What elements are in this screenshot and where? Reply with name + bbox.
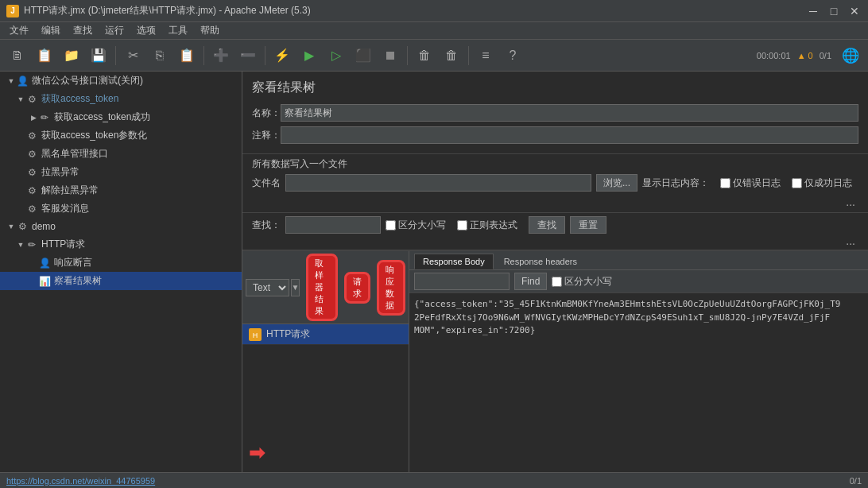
tab-request[interactable]: 请求 <box>344 272 370 304</box>
close-button[interactable]: ✕ <box>847 4 862 18</box>
tree-item-root[interactable]: ▼ 👤 微信公众号接口测试(关闭) <box>0 72 242 90</box>
tab-response-headers[interactable]: Response headers <box>495 254 586 269</box>
tree-arrow: ▼ <box>6 223 16 230</box>
tree-item-access[interactable]: ▼ ⚙ 获取access_token <box>0 90 242 108</box>
find-button[interactable]: 查找 <box>529 216 565 234</box>
minimize-button[interactable]: ─ <box>806 4 820 18</box>
toolbar-globe[interactable]: 🌐 <box>838 43 863 68</box>
menu-file[interactable]: 文件 <box>3 22 35 39</box>
toolbar-script[interactable]: ⚡ <box>269 43 295 68</box>
tree-icon-gear: ⚙ <box>25 93 38 106</box>
tree-icon-user2: 👤 <box>38 257 51 269</box>
toolbar-clear[interactable]: 🗑 <box>412 43 437 68</box>
browse-button[interactable]: 浏览... <box>596 174 637 192</box>
status-bar: https://blog.csdn.net/weixin_44765959 0/… <box>0 472 868 488</box>
file-section: 所有数据写入一个文件 文件名 浏览... 显示日志内容： 仅错误日志 仅成功日志 <box>242 153 868 198</box>
tree-item-assertion[interactable]: 👤 响应断言 <box>0 254 242 272</box>
toolbar-save[interactable]: 💾 <box>86 43 111 68</box>
tree-label: 获取access_token成功 <box>54 110 150 124</box>
tree-item-blacklist[interactable]: ⚙ 黑名单管理接口 <box>0 145 242 163</box>
sampler-item-label: HTTP请求 <box>266 327 310 341</box>
tab-sampler-result[interactable]: 取样器结果 <box>306 254 338 321</box>
tree-icon-pencil: ✏ <box>38 111 51 124</box>
sampler-item-http[interactable]: H HTTP请求 <box>242 324 409 345</box>
find-btn[interactable]: Find <box>514 273 547 290</box>
toolbar-remove[interactable]: ➖ <box>235 43 261 68</box>
only-error-cb-label: 仅错误日志 <box>720 176 781 190</box>
sampler-item-icon: H <box>249 328 262 341</box>
toolbar-template[interactable]: 📋 <box>32 43 57 68</box>
tree-item-send-msg[interactable]: ⚙ 客服发消息 <box>0 199 242 218</box>
toolbar-stop[interactable]: ⬛ <box>351 43 376 68</box>
toolbar: 🗎 📋 📁 💾 ✂ ⎘ 📋 ➕ ➖ ⚡ ▶ ▷ ⬛ ⏹ 🗑 🗑 ≡ ? 00:0… <box>0 40 868 72</box>
toolbar-open[interactable]: 📁 <box>59 43 84 68</box>
menu-run[interactable]: 运行 <box>99 22 130 39</box>
maximize-button[interactable]: □ <box>827 4 841 18</box>
toolbar-copy[interactable]: ⎘ <box>147 43 172 68</box>
tree-icon-user: 👤 <box>16 75 29 87</box>
svg-text:H: H <box>253 331 258 339</box>
case-size-label: 区分大小写 <box>552 275 612 289</box>
menu-find[interactable]: 查找 <box>67 22 99 39</box>
tree-label: 察看结果树 <box>54 274 102 288</box>
search-section: 查找： 区分大小写 正则表达式 查找 重置 <box>242 212 868 237</box>
search-input[interactable] <box>285 216 381 234</box>
toolbar-play-no-pause[interactable]: ▷ <box>324 43 349 68</box>
toolbar-play[interactable]: ▶ <box>296 43 322 68</box>
left-panel: ▼ 👤 微信公众号接口测试(关闭) ▼ ⚙ 获取access_token ▶ ✏… <box>0 72 242 472</box>
status-link[interactable]: https://blog.csdn.net/weixin_44765959 <box>6 476 155 486</box>
tree-item-remove-black[interactable]: ⚙ 解除拉黑异常 <box>0 181 242 199</box>
write-all-label: 所有数据写入一个文件 <box>252 157 858 171</box>
response-toolbar: Find 区分大小写 <box>409 270 868 293</box>
tree-item-access-success[interactable]: ▶ ✏ 获取access_token成功 <box>0 108 242 126</box>
sampler-tab-row: Text ▼ 取样器结果 请求 响应数据 <box>242 251 409 324</box>
comment-input[interactable] <box>281 126 858 144</box>
toolbar-new[interactable]: 🗎 <box>5 43 30 68</box>
dropdown-arrow[interactable]: ▼ <box>291 279 300 296</box>
find-field[interactable] <box>414 273 510 290</box>
tree-item-demo[interactable]: ▼ ⚙ demo <box>0 218 242 235</box>
toolbar-clear-all[interactable]: 🗑 <box>439 43 464 68</box>
menu-bar: 文件 编辑 查找 运行 选项 工具 帮助 <box>0 22 868 40</box>
only-success-cb[interactable] <box>792 178 802 188</box>
only-error-cb[interactable] <box>720 178 730 188</box>
tree-item-pull-black[interactable]: ⚙ 拉黑异常 <box>0 163 242 181</box>
toolbar-shutdown[interactable]: ⏹ <box>378 43 403 68</box>
tab-response-body[interactable]: Response Body <box>414 254 494 269</box>
only-error-label: 仅错误日志 <box>733 176 781 190</box>
tree-arrow: ▼ <box>16 241 25 249</box>
tab-response-data[interactable]: 响应数据 <box>377 260 405 316</box>
toolbar-paste[interactable]: 📋 <box>174 43 200 68</box>
file-label: 文件名 <box>252 176 281 190</box>
name-input[interactable] <box>281 104 858 122</box>
reset-button[interactable]: 重置 <box>570 216 606 234</box>
tree-item-result-tree[interactable]: 📊 察看结果树 <box>0 272 242 290</box>
regex-cb[interactable] <box>457 220 467 230</box>
tree-label: 获取access_token参数化 <box>41 129 147 142</box>
case-sensitive-cb[interactable] <box>386 220 396 230</box>
format-dropdown[interactable]: Text <box>246 279 289 296</box>
tree-icon-chart: 📊 <box>38 275 51 288</box>
toolbar-add[interactable]: ➕ <box>208 43 234 68</box>
toolbar-cut[interactable]: ✂ <box>120 43 145 68</box>
menu-edit[interactable]: 编辑 <box>35 22 67 39</box>
tree-icon-gear2: ⚙ <box>25 130 38 142</box>
menu-options[interactable]: 选项 <box>130 22 162 39</box>
tree-label: 黑名单管理接口 <box>41 147 108 161</box>
tree-item-http[interactable]: ▼ ✏ HTTP请求 <box>0 235 242 254</box>
case-size-cb[interactable] <box>552 277 562 287</box>
response-content[interactable]: {"access_token":"35_45F1KtnKmBM0KfYneAm3… <box>409 293 868 472</box>
tree-item-access-param[interactable]: ⚙ 获取access_token参数化 <box>0 126 242 145</box>
result-panel: 察看结果树 名称： 注释： <box>242 72 868 153</box>
dots-menu-2[interactable]: ··· <box>843 237 858 250</box>
dots-menu[interactable]: ··· <box>843 198 858 211</box>
file-input[interactable] <box>285 174 591 192</box>
tree-icon-gear3: ⚙ <box>25 148 38 161</box>
menu-tools[interactable]: 工具 <box>162 22 194 39</box>
menu-help[interactable]: 帮助 <box>194 22 226 39</box>
toolbar-help[interactable]: ? <box>500 43 525 68</box>
title-bar: J HTTP请求.jmx (D:\jmeter结果\HTTP请求.jmx) - … <box>0 0 868 22</box>
right-panel: 察看结果树 名称： 注释： 所有数据写入一个文件 文件名 浏览... 显示日志内… <box>242 72 868 472</box>
tree-label: 拉黑异常 <box>41 165 79 179</box>
toolbar-list[interactable]: ≡ <box>473 43 498 68</box>
